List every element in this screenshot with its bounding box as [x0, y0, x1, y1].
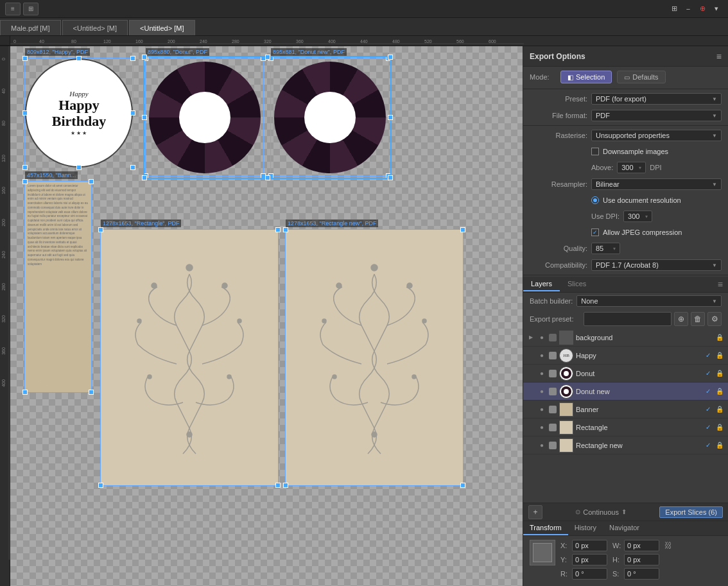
layer-lock-rectangle[interactable]: 🔒	[715, 423, 724, 432]
layer-vis-rectangle-new[interactable]: ●	[537, 441, 546, 450]
artboard-item-happy[interactable]: 809x812, "Happy", PDF Happy HappyBirthda…	[24, 58, 134, 168]
mode-defaults-btn[interactable]: ▭ Defaults	[617, 71, 665, 83]
rect-handle-br[interactable]	[275, 483, 281, 488]
layer-check-donut[interactable]: ✓	[704, 369, 713, 378]
layer-check-rectangle-new[interactable]: ✓	[704, 441, 713, 450]
x-input[interactable]: 0 px	[572, 540, 607, 551]
layer-lock-background[interactable]: 🔒	[715, 333, 724, 342]
layer-item-donut[interactable]: ● Donut ✓ 🔒	[523, 365, 728, 383]
mode-selection-btn[interactable]: ◧ Selection	[560, 71, 612, 83]
layer-check-donut-new[interactable]: ✓	[704, 387, 713, 396]
tab-slices[interactable]: Slices	[560, 277, 594, 291]
grid-btn[interactable]: ⊞	[23, 3, 39, 15]
layer-item-donut-new[interactable]: ● Donut new ✓ 🔒	[523, 383, 728, 401]
rect-new-handle-tr[interactable]	[460, 227, 465, 232]
export-slices-btn[interactable]: Export Slices (6)	[659, 506, 723, 518]
handle-br-happy[interactable]	[130, 165, 135, 170]
layer-check-rectangle[interactable]: ✓	[704, 423, 713, 432]
handle-bl-happy[interactable]	[22, 165, 28, 170]
layer-check-banner[interactable]: ✓	[704, 405, 713, 414]
artboard-item-banner[interactable]: 457x1550, "Bann... Lorem ipsum dolor sit…	[24, 181, 92, 393]
rect-handle-tr[interactable]	[275, 227, 281, 232]
menu-btn[interactable]: ≡	[5, 3, 21, 15]
layer-item-background[interactable]: ▶ ● background 🔒	[523, 329, 728, 347]
preset-select[interactable]: PDF (for export) ▼	[591, 93, 722, 105]
rect-new-handle-br[interactable]	[460, 483, 465, 488]
handle-tr-donut-new[interactable]	[386, 56, 391, 61]
layer-lock-banner[interactable]: 🔒	[715, 405, 724, 414]
rect-new-handle-bl[interactable]	[283, 483, 288, 488]
handle-bl-donut-new[interactable]	[268, 173, 273, 178]
above-dpi-input[interactable]: 300 ▾	[617, 162, 646, 173]
layer-lock-donut-new[interactable]: 🔒	[715, 387, 724, 396]
layer-lock-donut[interactable]: 🔒	[715, 369, 724, 378]
layer-check-happy[interactable]: ✓	[704, 351, 713, 360]
layers-tab-menu-icon[interactable]: ≡	[713, 277, 728, 292]
export-preset-settings-btn[interactable]: ⚙	[707, 312, 722, 326]
handle-tr-donut[interactable]	[261, 56, 266, 61]
layer-item-banner[interactable]: ● Banner ✓ 🔒	[523, 401, 728, 418]
allow-jpeg-checkbox[interactable]	[591, 228, 599, 236]
use-doc-res-radio[interactable]	[591, 196, 599, 204]
compatibility-select[interactable]: PDF 1.7 (Acrobat 8) ▼	[591, 259, 722, 271]
quality-spinner[interactable]: ▾	[613, 246, 616, 252]
above-dpi-spinner[interactable]: ▾	[639, 165, 641, 171]
s-input[interactable]: 0 °	[624, 568, 659, 580]
layer-item-happy[interactable]: ● HB Happy ✓ 🔒	[523, 347, 728, 365]
panel-options-icon[interactable]: ≡	[716, 51, 722, 62]
tab-male-pdf[interactable]: Male.pdf [M]	[0, 20, 61, 35]
use-dpi-input[interactable]: 300 ▾	[623, 211, 652, 222]
rect-handle-bl[interactable]	[98, 483, 103, 488]
y-input[interactable]: 0 px	[572, 554, 607, 565]
export-preset-select[interactable]	[584, 312, 672, 326]
artboard-item-donut-new[interactable]: 895x881, "Donut new", PDF	[270, 58, 389, 177]
handle-tl-happy[interactable]	[22, 56, 28, 61]
banner-handle-tr[interactable]	[89, 179, 94, 184]
banner-handle-bl[interactable]	[22, 390, 28, 395]
handle-br-donut[interactable]	[261, 173, 266, 178]
file-format-select[interactable]: PDF ▼	[591, 110, 722, 121]
handle-tr-happy[interactable]	[130, 56, 135, 61]
grid-view-btn[interactable]: ⊞	[668, 3, 680, 15]
layer-lock-happy[interactable]: 🔒	[715, 351, 724, 360]
layer-vis-happy[interactable]: ●	[537, 351, 546, 360]
export-preset-copy-btn[interactable]: ⊕	[674, 312, 688, 326]
rect-handle-tl[interactable]	[98, 227, 103, 232]
handle-br-donut-new[interactable]	[386, 173, 391, 178]
layer-vis-rectangle[interactable]: ●	[537, 423, 546, 432]
layer-vis-banner[interactable]: ●	[537, 405, 546, 414]
layer-vis-donut[interactable]: ●	[537, 369, 546, 378]
resampler-select[interactable]: Bilinear ▼	[591, 178, 722, 190]
handle-ml-happy[interactable]	[22, 110, 28, 116]
rect-new-handle-tl[interactable]	[283, 227, 288, 232]
tab-layers[interactable]: Layers	[523, 277, 560, 291]
tab-untitled-2[interactable]: <Untitled> [M]	[129, 20, 195, 35]
h-input[interactable]: 0 px	[624, 554, 659, 565]
handle-bl-donut[interactable]	[143, 173, 148, 178]
r-input[interactable]: 0 °	[572, 568, 607, 580]
handle-tl-donut-new[interactable]	[268, 56, 273, 61]
layer-item-rectangle[interactable]: ● Rectangle ✓ 🔒	[523, 418, 728, 436]
layer-vis-donut-new[interactable]: ●	[537, 387, 546, 396]
layer-lock-rectangle-new[interactable]: 🔒	[715, 441, 724, 450]
w-input[interactable]: 0 px	[624, 540, 659, 551]
layer-item-rectangle-new[interactable]: ● Rectangle new ✓ 🔒	[523, 436, 728, 454]
downsample-checkbox[interactable]	[591, 148, 599, 155]
handle-bm-happy[interactable]	[76, 165, 82, 170]
use-dpi-spinner[interactable]: ▾	[645, 214, 648, 220]
handle-mr-happy[interactable]	[130, 110, 135, 116]
quality-input[interactable]: 85 ▾	[591, 243, 620, 254]
rasterise-select[interactable]: Unsupported properties ▼	[591, 130, 722, 141]
artboard-item-rectangle-new[interactable]: 1278x1653, "Rectangle new", PDF	[285, 229, 464, 486]
banner-handle-tl[interactable]	[22, 179, 28, 184]
tab-untitled-1[interactable]: <Untitled> [M]	[62, 20, 128, 35]
banner-handle-br[interactable]	[89, 390, 94, 395]
canvas-area[interactable]: 809x812, "Happy", PDF Happy HappyBirthda…	[10, 46, 523, 586]
export-preset-delete-btn[interactable]: 🗑	[691, 312, 705, 326]
handle-tm-happy[interactable]	[76, 56, 82, 61]
batch-builder-select[interactable]: None ▼	[576, 295, 722, 307]
layer-expand-background[interactable]: ▶	[527, 334, 535, 341]
add-layer-btn[interactable]: +	[528, 505, 542, 519]
target-btn[interactable]: ⊕	[696, 3, 709, 15]
minus-btn[interactable]: −	[682, 3, 695, 15]
